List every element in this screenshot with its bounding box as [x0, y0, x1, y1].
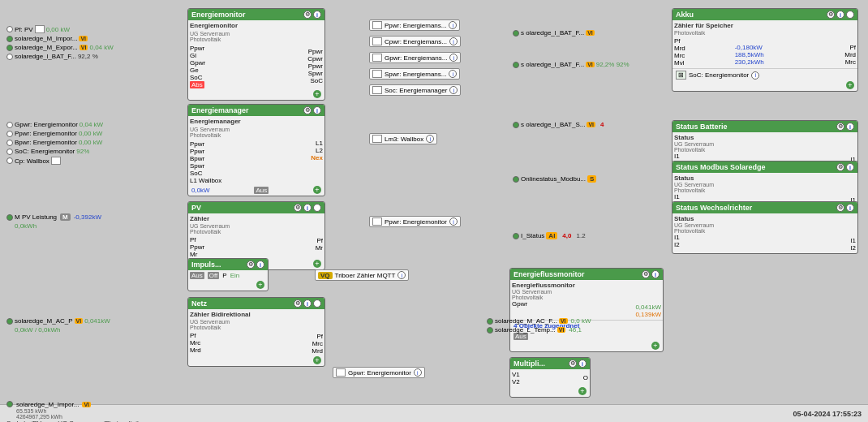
- status-value-4: 4: [600, 121, 604, 128]
- gpwr-value: 0,04 kW: [79, 121, 103, 128]
- add-icon-3[interactable]: +: [313, 186, 321, 194]
- bat-value: 92,2 %: [78, 53, 98, 60]
- status-modbus-node: Status Modbus Solaredge ⚙ i Status UG Se…: [672, 161, 858, 206]
- istatus-row: I_Status AI 4,0 1.2: [513, 232, 586, 239]
- port-dot-mac: [6, 318, 13, 325]
- solaredge-temp-row: solaredge_L_Temp... VI 46,1: [487, 326, 591, 334]
- info-gpwr[interactable]: i: [449, 54, 458, 62]
- info-icon-efm[interactable]: i: [651, 270, 660, 278]
- impuls-header: Impuls... ⚙ i: [188, 259, 268, 270]
- port-dot-ppwr: [6, 131, 13, 137]
- status-wechselrichter-header: Status Wechselrichter ⚙ i: [672, 202, 857, 213]
- gear-icon-netz[interactable]: ⚙: [294, 299, 302, 308]
- cp-wallbox-row: Cp: Wallbox: [6, 157, 103, 165]
- multipli-node: Multipli... ⚙ i V1 V2 O +: [509, 357, 591, 398]
- status-batterie-node: Status Batterie ⚙ i Status UG Serverraum…: [672, 120, 858, 166]
- extra-icon-akku[interactable]: ○: [846, 11, 854, 19]
- add-icon-multi[interactable]: +: [578, 387, 587, 395]
- solaredge-temp-label: solaredge_L_Temp...: [495, 326, 556, 334]
- lm3-icon: [372, 135, 382, 143]
- gpwr-netz-icon: [336, 368, 346, 377]
- gear-icon-akku[interactable]: ⚙: [827, 11, 835, 19]
- status-batterie-header: Status Batterie ⚙ i: [672, 121, 857, 132]
- soc-icon: [372, 86, 382, 94]
- gear-icon-multi[interactable]: ⚙: [569, 360, 577, 368]
- wechsel-inputs: I_Status AI 4,0 1.2: [513, 231, 586, 240]
- gear-icon[interactable]: ⚙: [303, 11, 312, 19]
- add-icon[interactable]: +: [313, 90, 321, 98]
- cp-icon: [51, 157, 61, 165]
- port-dot-bpwr: [6, 140, 13, 146]
- gear-icon-sw[interactable]: ⚙: [836, 204, 844, 212]
- info-gpwr-netz[interactable]: i: [414, 368, 422, 377]
- port-dot-mpv: [6, 214, 13, 221]
- add-icon-akku[interactable]: +: [846, 81, 854, 89]
- gpwr-em-row: Gpwr: Energiemonitor 0,04 kW: [6, 121, 103, 128]
- gear-icon-pv[interactable]: ⚙: [294, 204, 302, 212]
- onlinestatus-label: Onlinestatus_Modbu...: [521, 175, 586, 183]
- info-icon-multi[interactable]: i: [578, 360, 587, 368]
- info-ppwr-pv[interactable]: i: [449, 217, 458, 226]
- add-icon-pv[interactable]: +: [313, 260, 321, 268]
- info-icon-akku[interactable]: i: [836, 11, 844, 19]
- left-inputs-group1: Pf: PV 0,00 kW solaredge_M_Impor... VI s…: [6, 24, 114, 61]
- port-online: [513, 176, 519, 183]
- triboer-zahler-node: VQ Triboer Zähler MQTT i: [315, 269, 409, 281]
- solaredge-bat-s-label: s olaredge_l_BAT_S...: [521, 121, 585, 128]
- gear-icon-efm[interactable]: ⚙: [642, 270, 650, 278]
- netz-header: Netz ⚙ i ○: [188, 298, 324, 309]
- ppwr-energiemans-1-label: Ppwr: Energiemans...: [385, 22, 446, 29]
- info-soc[interactable]: i: [449, 86, 458, 94]
- info-icon-impuls[interactable]: i: [256, 261, 264, 269]
- pf-pv-row: Pf: PV 0,00 kW: [6, 25, 114, 33]
- add-icon-netz[interactable]: +: [313, 356, 321, 364]
- mac-efm-value: 0,0 kW: [571, 317, 591, 325]
- energiemonitor-title: Energiemonitor: [191, 11, 246, 19]
- port-mac-efm: [487, 318, 493, 325]
- gear-icon-impuls[interactable]: ⚙: [247, 261, 255, 269]
- port-dot-bat: [6, 54, 13, 60]
- add-icon-efm[interactable]: +: [651, 342, 660, 350]
- info-icon-2[interactable]: i: [313, 106, 321, 114]
- multipli-title: Multipli...: [513, 360, 545, 368]
- info-cpwr[interactable]: i: [449, 37, 458, 45]
- mpv-value: -0,392kW: [74, 213, 101, 221]
- status-modbus-title: Status Modbus Solaredge: [676, 163, 766, 171]
- mpv-label: M PV Leistung: [15, 213, 57, 221]
- port-bat-akku2: [513, 62, 519, 68]
- info-icon[interactable]: i: [313, 11, 321, 19]
- gear-icon-2[interactable]: ⚙: [303, 106, 312, 114]
- netz-title: Netz: [191, 299, 207, 308]
- akku-title: Akku: [676, 11, 694, 19]
- se-value: 0,04 kW: [89, 44, 113, 51]
- istatus-value-4: 4,0: [562, 232, 571, 239]
- info-icon-akku-soc[interactable]: i: [751, 71, 759, 80]
- info-triboer[interactable]: i: [397, 271, 406, 279]
- info-lm3[interactable]: i: [426, 135, 434, 143]
- gear-icon-sm[interactable]: ⚙: [836, 163, 844, 171]
- gear-icon-sb[interactable]: ⚙: [836, 123, 844, 131]
- soc-value: 92%: [76, 148, 89, 155]
- efm-inputs: solaredge_M_AC_F... VI 0,0 kW solaredge_…: [487, 316, 591, 334]
- info-spwr[interactable]: i: [449, 70, 457, 78]
- ppwr-label: Ppwr: Energiemonitor: [15, 130, 77, 137]
- soc-energiemans-node: Soc: Energiemanager i: [369, 84, 461, 96]
- status-bat-inputs: s olaredge_l_BAT_S... VI 4: [513, 120, 604, 129]
- info-icon-pv[interactable]: i: [303, 204, 312, 212]
- add-icon-impuls[interactable]: +: [256, 281, 264, 289]
- onlinestatus-row: Onlinestatus_Modbu... S: [513, 175, 596, 183]
- info-icon-sw[interactable]: i: [846, 204, 854, 212]
- pv-title: PV: [191, 204, 201, 212]
- bottom-left-section: solaredge_M_Impor... VI 65.535 kWh426496…: [6, 401, 140, 423]
- extra-icon-netz[interactable]: ○: [313, 299, 321, 308]
- status-bar: solaredge_M_Impor... VI 65.535 kWh426496…: [0, 404, 868, 422]
- info-icon-sb[interactable]: i: [846, 123, 854, 131]
- info-ppwr-1[interactable]: i: [449, 21, 457, 29]
- extra-icon-pv[interactable]: ○: [313, 204, 321, 212]
- info-icon-netz[interactable]: i: [303, 299, 312, 308]
- info-icon-sm[interactable]: i: [846, 163, 854, 171]
- istatus-value-12: 1.2: [576, 232, 585, 239]
- pv-header: PV ⚙ i ○: [188, 202, 324, 213]
- triboer-label: Triboer Zähler MQTT: [335, 272, 396, 279]
- solaredge-impor-row: solaredge_M_Impor... VI: [6, 35, 114, 42]
